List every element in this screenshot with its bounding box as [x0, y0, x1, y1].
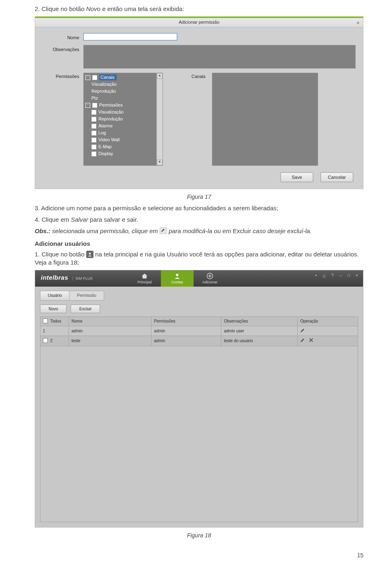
checkbox-icon[interactable]: [92, 75, 97, 80]
checkbox-icon[interactable]: [91, 138, 96, 142]
checkbox-icon[interactable]: [91, 145, 96, 149]
col-operacao: Operação: [298, 317, 358, 326]
cell-perm: admin: [151, 326, 221, 336]
subtab-permissao[interactable]: Permissão: [69, 291, 104, 301]
help-icon[interactable]: ?: [330, 273, 334, 278]
tab-principal[interactable]: Principal: [128, 270, 161, 287]
save-button[interactable]: Save: [281, 172, 313, 182]
checkbox-icon[interactable]: [43, 338, 48, 343]
excluir-button[interactable]: Excluir: [71, 305, 100, 314]
cell-idx: 2: [40, 336, 69, 346]
collapse-icon[interactable]: −: [85, 75, 90, 80]
col-nome: Nome: [69, 317, 151, 326]
tree-perm-videowall[interactable]: Video Wall: [85, 136, 161, 143]
tree-ptz[interactable]: Ptz: [85, 95, 161, 102]
tree-reproducao[interactable]: Reprodução: [85, 88, 161, 95]
cell-obs: admin user: [221, 326, 298, 336]
tree-permissoes[interactable]: −Permissões: [85, 102, 161, 109]
dialog-body: Nome Observações Permissões −Canais Visu…: [35, 27, 363, 189]
checkbox-icon[interactable]: [91, 110, 96, 115]
col-permissoes: Permissões: [151, 317, 221, 326]
brand: intelbras SIM PLUS: [41, 274, 93, 282]
user-icon: [173, 273, 181, 279]
action-buttons: Novo Excluir: [40, 305, 358, 314]
heading-adicionar-usuarios: Adicionar usuários: [35, 240, 363, 248]
cell-nome: teste: [69, 336, 151, 346]
sub-tabs: Usuário Permissão: [40, 291, 358, 301]
tree-perm-emap[interactable]: E-Map: [85, 143, 161, 150]
row-permissoes: Permissões −Canais Visualização Reproduç…: [42, 73, 356, 166]
permissions-tree[interactable]: −Canais Visualização Reprodução Ptz −Per…: [83, 73, 163, 166]
cancel-button[interactable]: Cancelar: [321, 172, 353, 182]
edit-icon: [160, 227, 167, 234]
subtab-usuario[interactable]: Usuário: [40, 291, 69, 301]
observacoes-field[interactable]: [83, 45, 356, 69]
obs-text-b: para modificá-la ou em: [169, 227, 233, 234]
figure-18-window: intelbras SIM PLUS Principal Contas Adic…: [35, 270, 363, 528]
checkbox-icon[interactable]: [91, 117, 96, 122]
page-number: 15: [357, 552, 363, 559]
obs-line: Obs.: selecionada uma permissão, clique …: [35, 227, 363, 235]
delete-icon[interactable]: [309, 338, 314, 343]
edit-icon[interactable]: [300, 338, 305, 343]
dialog-title: Adicionar permissão: [35, 19, 363, 25]
step-novo-word: Novo: [86, 5, 100, 12]
step-salvar-word: Salvar: [71, 216, 88, 223]
step-text-b: e então uma tela será exibida:: [102, 5, 184, 12]
step-4: 4. Clique em Salvar para salvar e sair.: [35, 216, 363, 224]
svg-point-0: [89, 253, 91, 255]
dialog-buttons: Save Cancelar: [42, 172, 356, 182]
home-icon: [140, 273, 149, 279]
edit-icon[interactable]: [300, 328, 305, 333]
tree-visualizacao[interactable]: Visualização: [85, 81, 161, 88]
col-todos[interactable]: Todos: [40, 317, 69, 326]
tree-perm-log[interactable]: Log: [85, 129, 161, 136]
col-observacoes: Observações: [221, 317, 298, 326]
novo-button[interactable]: Novo: [40, 305, 67, 314]
step-2: 2. Clique no botão Novo e então uma tela…: [35, 5, 363, 13]
close-icon[interactable]: ×: [356, 19, 360, 27]
canais-column: Canais: [192, 73, 318, 166]
figure-17-caption: Figura 17: [35, 193, 363, 201]
tab-contas[interactable]: Contas: [161, 270, 194, 287]
maximize-icon[interactable]: □: [347, 273, 351, 278]
users-table: Todos Nome Permissões Observações Operaç…: [40, 316, 358, 346]
tree-perm-display[interactable]: Display: [85, 150, 161, 157]
scroll-up-icon[interactable]: ▲: [157, 73, 163, 79]
table-row[interactable]: 2 teste admin teste do usuario: [40, 336, 358, 346]
lock-icon[interactable]: △: [322, 273, 326, 278]
figure-18-caption: Figura 18: [35, 532, 363, 539]
checkbox-icon[interactable]: [43, 318, 48, 323]
close-icon[interactable]: ×: [355, 273, 359, 278]
label-canais: Canais: [192, 73, 212, 80]
tree-perm-reproducao[interactable]: Reprodução: [85, 116, 161, 122]
nome-field[interactable]: [83, 33, 177, 40]
row-observacoes: Observações: [42, 45, 356, 69]
row-nome: Nome: [42, 33, 356, 41]
user-icon: [86, 251, 94, 258]
checkbox-icon[interactable]: [91, 151, 96, 156]
table-empty-area: [40, 346, 358, 522]
canais-list[interactable]: [212, 73, 318, 166]
checkbox-icon[interactable]: [91, 124, 96, 129]
top-tabs: Principal Contas Adicionar: [128, 270, 226, 287]
step-number: 3.: [35, 205, 41, 212]
scrollbar[interactable]: ▲ ▼: [156, 73, 163, 165]
cell-op: [298, 326, 358, 336]
title-bar: Adicionar permissão ×: [35, 18, 363, 27]
app-titlebar: intelbras SIM PLUS Principal Contas Adic…: [35, 270, 363, 287]
tree-canais[interactable]: −Canais: [85, 74, 161, 81]
window-body: Usuário Permissão Novo Excluir Todos Nom…: [35, 287, 363, 527]
tab-adicionar[interactable]: Adicionar: [194, 270, 226, 287]
collapse-icon[interactable]: −: [85, 103, 90, 108]
table-row[interactable]: 1 admin admin admin user: [40, 326, 358, 336]
minimize-icon[interactable]: –: [339, 273, 343, 278]
status-icon[interactable]: •: [314, 273, 318, 278]
scroll-down-icon[interactable]: ▼: [157, 160, 163, 165]
checkbox-icon[interactable]: [92, 103, 97, 108]
tree-perm-alarme[interactable]: Alarme: [85, 122, 161, 129]
tree-perm-visualizacao[interactable]: Visualização: [85, 109, 161, 116]
step-number: 1.: [35, 251, 42, 258]
checkbox-icon[interactable]: [91, 131, 96, 136]
label-observacoes: Observações: [42, 45, 83, 53]
